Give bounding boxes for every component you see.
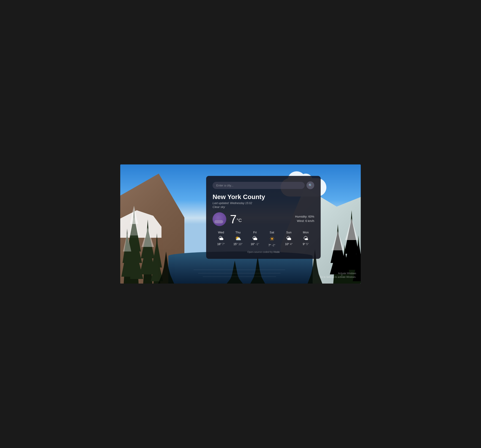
search-button[interactable]: 🔍 [307,181,314,189]
search-icon: 🔍 [308,183,312,187]
forecast-low: 7° [222,243,225,246]
forecast-temps: 9° 5° [297,243,314,246]
forecast-low: -2° [272,244,275,247]
activate-windows-line2: Go to Settings to activate Windows. [320,275,356,279]
forecast-icon: 🌤 [297,235,314,241]
temperature-display: 7°C [230,213,242,225]
forecast-day-mon: Mon 🌤 9° 5° [297,231,314,247]
wind-detail: Wind: 6 km/h [295,219,314,223]
temperature-section: 7°C [213,212,242,226]
city-name: New York County [213,193,314,201]
current-weather-icon [213,212,226,226]
temperature-value: 7 [230,213,237,226]
forecast-day-fri: Fri 🌥 16° -1° [247,231,263,247]
forecast-low: 4° [290,243,293,246]
humidity-detail: Humidity: 60% [295,215,314,218]
city-search-input[interactable] [213,182,305,189]
footer-author: Hoda [273,251,279,253]
forecast-temps: 7° -2° [263,244,280,247]
forecast-icon: ☀ [263,235,280,243]
forecast-high: 7° [268,244,271,247]
forecast-icon: 🌥 [213,235,230,241]
desktop-wallpaper: 🔍 New York County Last updated: Wednesda… [120,164,361,284]
forecast-day-label: Fri [247,231,263,234]
forecast-day-sun: Sun 🌥 10° 4° [280,231,297,247]
weather-description: Clear sky [213,205,314,209]
forecast-day-label: Sat [263,231,280,234]
forecast-high: 9° [303,243,305,246]
forecast-temps: 16° 7° [213,243,230,246]
forecast-icon: 🌥 [280,235,297,241]
forecast-day-label: Wed [213,231,230,234]
forecast-high: 16° [217,243,221,246]
forecast-day-thu: Thu ⛅ 15° 10° [230,231,247,247]
forecast-low: 10° [238,243,243,246]
footer-text: Open-source coded by [247,251,273,253]
weather-details: Humidity: 60% Wind: 6 km/h [295,215,314,224]
forecast-low: -1° [256,243,259,246]
forecast-low: 5° [306,243,309,246]
forecast-icon: 🌥 [247,235,263,241]
forecast-day-label: Mon [297,231,314,234]
activate-windows-watermark: Activate Windows Go to Settings to activ… [320,272,356,279]
footer-credit: Open-source coded by Hoda [213,251,314,253]
forecast-day-wed: Wed 🌥 16° 7° [213,231,230,247]
forecast-day-label: Thu [230,231,247,234]
temperature-unit: °C [237,218,242,223]
current-weather-section: 7°C Humidity: 60% Wind: 6 km/h [213,212,314,226]
forecast-temps: 16° -1° [247,243,263,246]
search-row: 🔍 [213,181,314,189]
last-updated: Last updated: Wednesday 15:02 [213,202,314,205]
forecast-row: Wed 🌥 16° 7° Thu ⛅ 15° 10° Fri 🌥 16° -1°… [213,231,314,247]
forecast-temps: 15° 10° [230,243,247,246]
forecast-temps: 10° 4° [280,243,297,246]
forecast-day-label: Sun [280,231,297,234]
forecast-day-sat: Sat ☀ 7° -2° [263,231,280,247]
forecast-high: 16° [251,243,255,246]
activate-windows-line1: Activate Windows [320,272,356,275]
weather-card: 🔍 New York County Last updated: Wednesda… [206,176,321,259]
forecast-high: 10° [285,243,289,246]
forecast-high: 15° [233,243,238,246]
forecast-icon: ⛅ [230,235,247,241]
